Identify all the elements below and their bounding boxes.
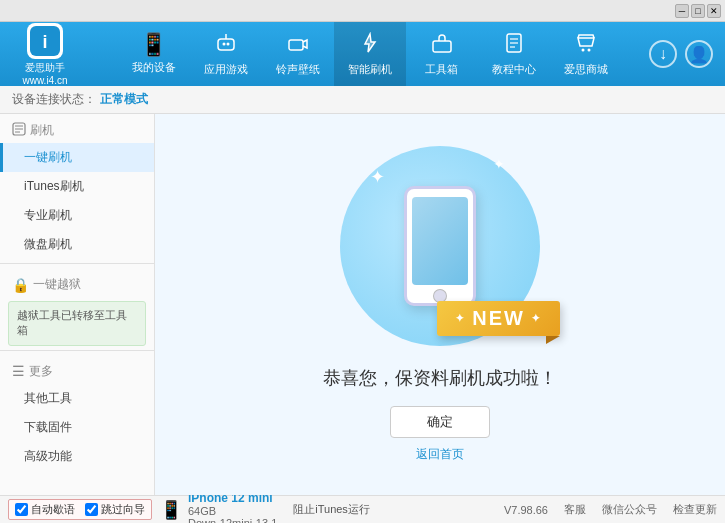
auto-close-label: 自动歇语 (31, 502, 75, 517)
sidebar-item-other-tools[interactable]: 其他工具 (0, 384, 154, 413)
skip-wizard-checkbox[interactable] (85, 503, 98, 516)
nav-app-game[interactable]: 应用游戏 (190, 22, 262, 86)
new-badge-container: ✦ NEW ✦ (437, 301, 560, 336)
skip-wizard-checkbox-item[interactable]: 跳过向导 (85, 502, 145, 517)
success-text: 恭喜您，保资料刷机成功啦！ (323, 366, 557, 390)
nav-smart-flash[interactable]: 智能刷机 (334, 22, 406, 86)
skip-wizard-label: 跳过向导 (101, 502, 145, 517)
sidebar-section-flash: 刷机 (0, 114, 154, 143)
auto-close-checkbox-item[interactable]: 自动歇语 (15, 502, 75, 517)
nav-tutorial-label: 教程中心 (492, 62, 536, 77)
svg-point-4 (226, 42, 229, 45)
tutorial-icon (503, 32, 525, 58)
nav-my-device[interactable]: 📱 我的设备 (118, 22, 190, 86)
title-bar: ─ □ ✕ (0, 0, 725, 22)
device-storage: 64GB (188, 505, 277, 517)
status-label: 设备连接状态： (12, 91, 96, 108)
nav-my-device-label: 我的设备 (132, 60, 176, 75)
more-section-icon: ☰ (12, 363, 25, 379)
customer-service-link[interactable]: 客服 (564, 502, 586, 517)
badge-star-left: ✦ (455, 312, 466, 325)
maximize-button[interactable]: □ (691, 4, 705, 18)
sparkle-2: ✦ (493, 156, 505, 172)
device-firmware: Down-12mini-13,1 (188, 517, 277, 524)
jailbreak-section-icon: 🔒 (12, 277, 29, 293)
logo-area[interactable]: i 爱思助手 www.i4.cn (0, 23, 90, 86)
nav-right: ↓ 👤 (649, 40, 725, 68)
sidebar: 刷机 一键刷机 iTunes刷机 专业刷机 微盘刷机 🔒 一键越狱 越狱工具已转… (0, 114, 155, 495)
window-controls[interactable]: ─ □ ✕ (675, 4, 721, 18)
svg-rect-6 (289, 40, 303, 50)
svg-point-13 (587, 48, 590, 51)
close-button[interactable]: ✕ (707, 4, 721, 18)
nav-store-label: 爱思商城 (564, 62, 608, 77)
download-button[interactable]: ↓ (649, 40, 677, 68)
nav-smart-flash-label: 智能刷机 (348, 62, 392, 77)
jailbreak-info-box: 越狱工具已转移至工具箱 (8, 301, 146, 346)
more-section-title: 更多 (29, 363, 53, 380)
new-badge: ✦ NEW ✦ (437, 301, 560, 336)
device-phone-icon: 📱 (160, 499, 182, 521)
flash-section-icon (12, 122, 26, 139)
svg-point-3 (222, 42, 225, 45)
svg-rect-2 (218, 39, 234, 50)
nav-ringtone-label: 铃声壁纸 (276, 62, 320, 77)
jailbreak-section-title: 一键越狱 (33, 276, 81, 293)
check-update-link[interactable]: 检查更新 (673, 502, 717, 517)
sidebar-item-pro-flash[interactable]: 专业刷机 (0, 201, 154, 230)
nav-app-game-label: 应用游戏 (204, 62, 248, 77)
phone-illustration: ✦ ✦ ✦ ✦ NEW ✦ (340, 146, 540, 346)
logo-icon: i (27, 23, 63, 59)
store-icon (575, 32, 597, 58)
nav-tutorial[interactable]: 教程中心 (478, 22, 550, 86)
sidebar-section-jailbreak: 🔒 一键越狱 (0, 268, 154, 297)
smart-flash-icon (359, 32, 381, 58)
status-value: 正常模式 (100, 91, 148, 108)
stop-itunes-text: 阻止iTunes运行 (293, 502, 370, 517)
badge-text: NEW (472, 307, 525, 330)
sidebar-item-save-data-flash[interactable]: 微盘刷机 (0, 230, 154, 259)
logo-name: 爱思助手 (25, 61, 65, 75)
sidebar-item-itunes-flash[interactable]: iTunes刷机 (0, 172, 154, 201)
content-area: ✦ ✦ ✦ ✦ NEW ✦ 恭喜您，保资料刷机成功啦！ 确定 返回首页 (155, 114, 725, 495)
flash-section-title: 刷机 (30, 122, 54, 139)
home-link[interactable]: 返回首页 (416, 446, 464, 463)
sparkle-1: ✦ (370, 166, 385, 188)
ribbon-tail (546, 336, 560, 344)
my-device-icon: 📱 (140, 34, 167, 56)
nav-items: 📱 我的设备 应用游戏 铃声壁纸 (90, 22, 649, 86)
nav-ringtone[interactable]: 铃声壁纸 (262, 22, 334, 86)
user-button[interactable]: 👤 (685, 40, 713, 68)
wechat-link[interactable]: 微信公众号 (602, 502, 657, 517)
device-info: iPhone 12 mini 64GB Down-12mini-13,1 (188, 491, 277, 524)
badge-star-right: ✦ (531, 312, 542, 325)
version-text: V7.98.66 (504, 504, 548, 516)
sidebar-item-one-click-flash[interactable]: 一键刷机 (0, 143, 154, 172)
auto-close-checkbox[interactable] (15, 503, 28, 516)
confirm-button[interactable]: 确定 (390, 406, 490, 438)
nav-toolbox[interactable]: 工具箱 (406, 22, 478, 86)
phone-body (404, 186, 476, 306)
sidebar-section-more: ☰ 更多 (0, 355, 154, 384)
svg-rect-7 (433, 41, 451, 52)
toolbox-icon (431, 32, 453, 58)
main-layout: 刷机 一键刷机 iTunes刷机 专业刷机 微盘刷机 🔒 一键越狱 越狱工具已转… (0, 114, 725, 495)
app-game-icon (215, 32, 237, 58)
minimize-button[interactable]: ─ (675, 4, 689, 18)
logo-url: www.i4.cn (22, 75, 67, 86)
device-block: 📱 iPhone 12 mini 64GB Down-12mini-13,1 (160, 491, 277, 524)
bottom-bar: 自动歇语 跳过向导 📱 iPhone 12 mini 64GB Down-12m… (0, 495, 725, 523)
header: i 爱思助手 www.i4.cn 📱 我的设备 应用游戏 (0, 22, 725, 86)
nav-store[interactable]: 爱思商城 (550, 22, 622, 86)
sidebar-item-advanced[interactable]: 高级功能 (0, 442, 154, 471)
checkbox-group: 自动歇语 跳过向导 (8, 499, 152, 520)
status-bar: 设备连接状态： 正常模式 (0, 86, 725, 114)
svg-point-12 (581, 48, 584, 51)
sidebar-item-download-firmware[interactable]: 下载固件 (0, 413, 154, 442)
phone-screen (412, 197, 468, 285)
ringtone-icon (287, 32, 309, 58)
bottom-right: V7.98.66 客服 微信公众号 检查更新 (504, 502, 717, 517)
nav-toolbox-label: 工具箱 (425, 62, 458, 77)
svg-text:i: i (42, 32, 47, 52)
